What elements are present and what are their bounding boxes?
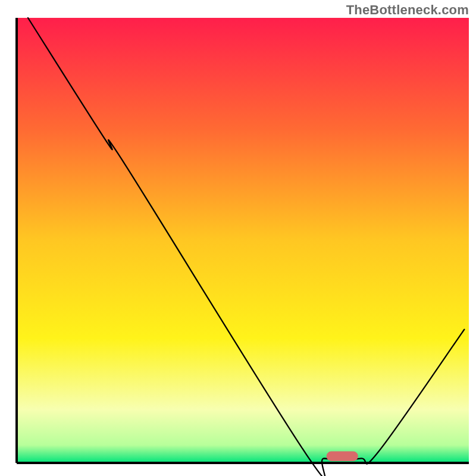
chart-svg — [0, 0, 476, 476]
optimal-marker — [327, 452, 358, 461]
watermark-text: TheBottleneck.com — [346, 2, 469, 18]
plot-background — [17, 18, 469, 463]
bottleneck-chart: TheBottleneck.com — [0, 0, 476, 476]
